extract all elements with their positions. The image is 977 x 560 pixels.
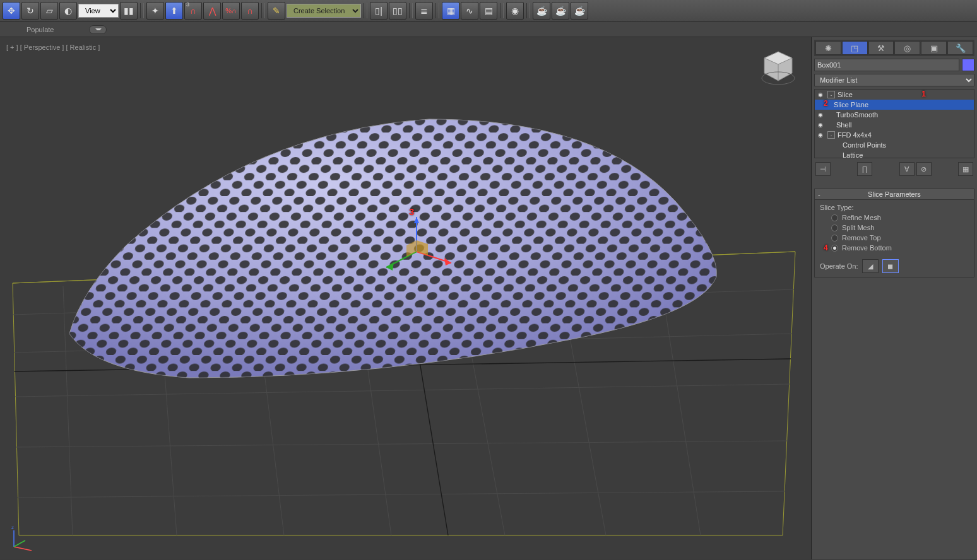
- operate-faces-icon[interactable]: ◢: [862, 259, 879, 273]
- toolbar-divider: [526, 3, 530, 18]
- scale-tool-icon[interactable]: ▱: [40, 2, 58, 20]
- radio-icon[interactable]: [831, 235, 838, 242]
- slice-parameters-rollout: - Slice Parameters Slice Type: Refine Me…: [814, 189, 974, 277]
- move-tool-icon[interactable]: ✥: [3, 2, 20, 20]
- create-tab-icon[interactable]: ✺: [815, 41, 841, 55]
- modifier-stack[interactable]: ◉ - Slice 1 Slice Plane 2 ◉ TurboSmooth …: [814, 89, 974, 158]
- modifier-list-select[interactable]: Modifier List: [814, 74, 974, 86]
- stack-label: FFD 4x4x4: [838, 131, 872, 139]
- remove-modifier-icon[interactable]: ⊘: [916, 162, 932, 176]
- spinner-snap-icon[interactable]: ∩: [241, 2, 259, 20]
- svg-line-33: [14, 540, 25, 547]
- toolbar-divider: [364, 3, 367, 18]
- annotation-marker-4: 4: [824, 243, 828, 252]
- named-selection-select[interactable]: Create Selection Se: [287, 4, 361, 18]
- stack-item-turbosmooth[interactable]: ◉ TurboSmooth: [815, 110, 974, 120]
- rollout-collapse-icon[interactable]: -: [818, 190, 820, 198]
- radio-remove-top[interactable]: Remove Top: [831, 234, 969, 242]
- object-name-input[interactable]: [814, 59, 959, 71]
- viewport-render: [0, 37, 811, 559]
- render-setup-icon[interactable]: ☕: [533, 2, 550, 20]
- slice-type-label: Slice Type:: [820, 204, 969, 211]
- toolbar-divider: [409, 3, 413, 18]
- make-unique-icon[interactable]: ∀: [899, 162, 915, 176]
- layers-icon[interactable]: ≣: [415, 2, 433, 20]
- rendered-frame-icon[interactable]: ☕: [552, 2, 569, 20]
- keyboard-shortcut-icon[interactable]: ⬆: [165, 2, 183, 20]
- align-icon[interactable]: ▯▯: [389, 2, 406, 20]
- stack-item-control-points[interactable]: Control Points: [815, 140, 974, 150]
- motion-tab-icon[interactable]: ◎: [894, 41, 920, 55]
- visibility-eye-icon[interactable]: ◉: [816, 121, 825, 129]
- snap-angle-label: 3: [186, 1, 189, 8]
- svg-line-13: [18, 491, 785, 498]
- radio-remove-bottom[interactable]: 4 Remove Bottom: [831, 244, 969, 252]
- stack-item-slice-plane[interactable]: Slice Plane 2: [815, 100, 974, 110]
- operate-poly-icon[interactable]: ◼: [882, 259, 899, 273]
- main-toolbar: ✥ ↻ ▱ ◐ View ▮▮ ✦ ⬆ 3 ∩ ⋀ %∩ ∩ ✎ Create …: [0, 0, 977, 22]
- radio-icon[interactable]: [831, 245, 838, 252]
- percent-snap-icon[interactable]: %∩: [222, 2, 240, 20]
- viewport-mode-label[interactable]: [ + ] [ Perspective ] [ Realistic ]: [6, 44, 100, 51]
- populate-flyout-icon[interactable]: [89, 25, 107, 34]
- svg-line-2: [63, 286, 73, 535]
- svg-line-11: [15, 384, 790, 397]
- schematic-view-icon[interactable]: ▤: [480, 2, 497, 20]
- stack-item-slice[interactable]: ◉ - Slice 1: [815, 90, 974, 100]
- radio-label: Split Mesh: [842, 224, 874, 231]
- radio-label: Refine Mesh: [842, 214, 881, 221]
- radio-icon[interactable]: [831, 225, 838, 231]
- viewport-axis-gizmo-icon: z: [9, 524, 37, 552]
- configure-sets-icon[interactable]: ▦: [958, 162, 973, 176]
- toolbar-divider: [140, 3, 144, 18]
- placement-tool-icon[interactable]: ◐: [59, 2, 77, 20]
- rotate-tool-icon[interactable]: ↻: [21, 2, 39, 20]
- collapse-toggle-icon[interactable]: -: [827, 131, 835, 139]
- reference-coord-select[interactable]: View: [78, 4, 119, 18]
- select-manipulate-icon[interactable]: ✦: [146, 2, 164, 20]
- radio-label: Remove Bottom: [842, 244, 892, 252]
- material-editor-icon[interactable]: ◉: [506, 2, 524, 20]
- perspective-viewport[interactable]: [ + ] [ Perspective ] [ Realistic ]: [0, 37, 812, 559]
- annotation-marker-1: 1: [921, 90, 926, 98]
- toolbar-divider: [261, 3, 265, 18]
- stack-tools: ⊣ ∏ ∀ ⊘ ▦: [814, 161, 974, 177]
- toolbar-divider: [500, 3, 504, 18]
- stack-item-shell[interactable]: ◉ Shell: [815, 120, 974, 130]
- visibility-eye-icon[interactable]: ◉: [816, 111, 825, 119]
- mirror-icon[interactable]: ▯|: [370, 2, 388, 20]
- pivot-center-icon[interactable]: ▮▮: [120, 2, 138, 20]
- stack-item-ffd[interactable]: ◉ - FFD 4x4x4: [815, 130, 974, 140]
- display-tab-icon[interactable]: ▣: [921, 41, 947, 55]
- collapse-toggle-icon[interactable]: -: [827, 91, 835, 98]
- radio-icon[interactable]: [831, 214, 838, 221]
- object-color-swatch[interactable]: [962, 59, 974, 71]
- hierarchy-tab-icon[interactable]: ⚒: [868, 41, 894, 55]
- modify-tab-icon[interactable]: ◳: [842, 41, 868, 55]
- render-icon[interactable]: ☕: [571, 2, 588, 20]
- stack-label: Shell: [836, 121, 851, 129]
- curve-editor-icon[interactable]: ∿: [461, 2, 478, 20]
- pin-stack-icon[interactable]: ⊣: [815, 162, 831, 176]
- command-panel-tabs: ✺ ◳ ⚒ ◎ ▣ 🔧: [814, 40, 974, 56]
- operate-on-label: Operate On:: [820, 262, 858, 270]
- edit-named-sel-icon[interactable]: ✎: [268, 2, 285, 20]
- viewcube-icon[interactable]: [758, 47, 798, 87]
- radio-split-mesh[interactable]: Split Mesh: [831, 224, 969, 231]
- stack-item-lattice[interactable]: Lattice: [815, 150, 974, 158]
- radio-label: Remove Top: [842, 234, 881, 242]
- svg-line-12: [16, 441, 788, 447]
- visibility-eye-icon[interactable]: ◉: [816, 131, 825, 139]
- stack-label: Control Points: [843, 141, 886, 149]
- show-end-result-icon[interactable]: ∏: [857, 162, 872, 176]
- rollout-body: Slice Type: Refine Mesh Split Mesh Remov…: [815, 200, 974, 277]
- rollout-title: Slice Parameters: [868, 190, 921, 198]
- radio-refine-mesh[interactable]: Refine Mesh: [831, 214, 969, 221]
- rollout-header[interactable]: - Slice Parameters: [815, 189, 974, 200]
- visibility-eye-icon[interactable]: ◉: [816, 91, 825, 98]
- ribbon-toggle-icon[interactable]: ▦: [442, 2, 459, 20]
- object-name-row: [814, 59, 974, 71]
- utilities-tab-icon[interactable]: 🔧: [947, 41, 973, 55]
- angle-snap-icon[interactable]: ⋀: [203, 2, 221, 20]
- secondary-toolbar: Populate: [0, 22, 977, 37]
